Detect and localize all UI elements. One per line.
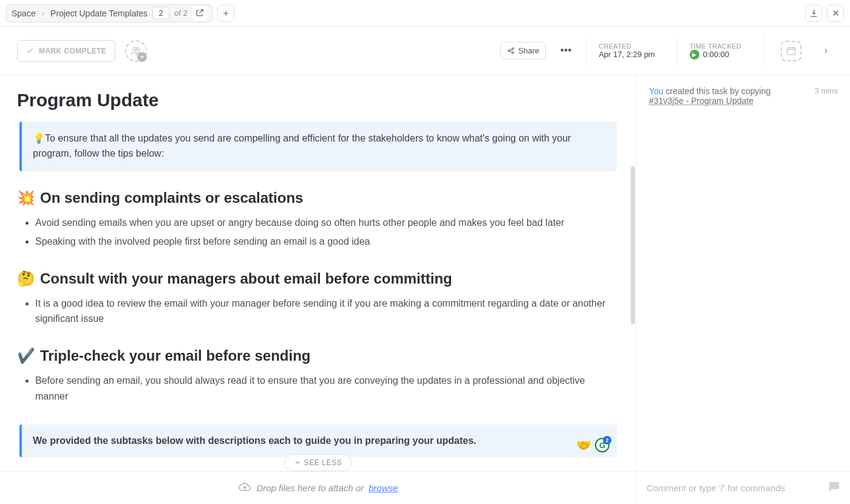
section-heading[interactable]: ✔️ Triple-check your email before sendin… — [17, 347, 619, 364]
add-dates-button[interactable] — [781, 41, 801, 61]
add-page-button[interactable] — [217, 5, 234, 22]
section-heading-text: Consult with your managers about email b… — [40, 270, 452, 287]
collapse-panel-icon[interactable] — [818, 27, 833, 75]
list-item[interactable]: Speaking with the involved people first … — [35, 234, 619, 250]
close-icon[interactable] — [827, 5, 844, 22]
created-meta: CREATED Apr 17, 2:29 pm — [586, 36, 667, 66]
page-number[interactable]: 2 — [152, 7, 169, 19]
grammarly-icon[interactable]: G 2 — [595, 438, 610, 452]
section-heading[interactable]: 💥 On sending complaints or escalations — [17, 189, 619, 206]
more-menu-icon[interactable]: ••• — [556, 41, 576, 61]
see-less-label: SEE LESS — [304, 458, 342, 467]
check-emoji-icon: ✔️ — [17, 347, 35, 364]
section-list: Before sending an email, you should alwa… — [17, 373, 619, 404]
created-value: Apr 17, 2:29 pm — [599, 50, 655, 59]
activity-panel: You created this task by copying #31v3j5… — [636, 75, 850, 504]
grammarly-badge: 2 — [603, 436, 611, 444]
activity-timestamp: 3 mins — [815, 86, 838, 106]
section-heading-text: On sending complaints or escalations — [40, 189, 303, 206]
list-item[interactable]: Avoid sending emails when you are upset … — [35, 215, 619, 231]
svg-point-1 — [137, 47, 140, 50]
mark-complete-label: MARK COMPLETE — [39, 47, 106, 55]
scrollbar[interactable] — [631, 166, 635, 324]
drop-text: Drop files here to attach or — [256, 483, 364, 493]
comment-bubble-icon[interactable] — [827, 480, 840, 496]
attachment-dropzone[interactable]: Drop files here to attach or browse — [0, 471, 636, 504]
collision-emoji-icon: 💥 — [17, 189, 35, 206]
subtask-callout-text: We provided the subtasks below with desc… — [33, 435, 476, 446]
breadcrumb: Space › Project Update Templates 2 of 2 — [6, 4, 212, 22]
activity-actor[interactable]: You — [649, 86, 664, 96]
cloud-upload-icon — [238, 480, 251, 495]
time-tracked-label: TIME TRACKED — [690, 43, 741, 50]
top-bar: Space › Project Update Templates 2 of 2 — [0, 0, 850, 27]
play-icon[interactable]: ▶ — [690, 50, 699, 60]
list-item[interactable]: Before sending an email, you should alwa… — [35, 373, 619, 404]
tip-callout[interactable]: 💡To ensure that all the updates you send… — [19, 121, 617, 171]
see-less-button[interactable]: SEE LESS — [284, 454, 353, 471]
svg-rect-5 — [787, 48, 795, 55]
list-item[interactable]: It is a good idea to review the email wi… — [35, 296, 619, 327]
activity-text: created this task by copying — [664, 86, 771, 96]
page-total: of 2 — [174, 9, 188, 18]
task-toolbar: MARK COMPLETE + Share ••• CREATED Apr 17… — [0, 27, 850, 75]
time-tracked-meta: TIME TRACKED ▶ 0:00:00 — [677, 36, 753, 66]
mark-complete-button[interactable]: MARK COMPLETE — [17, 40, 115, 62]
breadcrumb-root[interactable]: Space — [12, 9, 36, 18]
svg-point-0 — [133, 47, 136, 50]
thinking-emoji-icon: 🤔 — [17, 270, 35, 287]
add-assignee-button[interactable]: + — [125, 40, 147, 62]
browse-link[interactable]: browse — [369, 483, 398, 493]
plus-icon: + — [137, 52, 147, 62]
section-list: It is a good idea to review the email wi… — [17, 296, 619, 327]
created-label: CREATED — [599, 43, 655, 50]
section-list: Avoid sending emails when you are upset … — [17, 215, 619, 250]
section-heading-text: Triple-check your email before sending — [40, 347, 310, 364]
handshake-emoji-icon: 🤝 — [576, 438, 591, 452]
activity-entry: You created this task by copying #31v3j5… — [649, 86, 838, 106]
page-title[interactable]: Program Update — [17, 90, 619, 111]
section-heading[interactable]: 🤔 Consult with your managers about email… — [17, 270, 619, 287]
comment-input[interactable] — [647, 483, 821, 493]
download-icon[interactable] — [805, 5, 822, 22]
activity-source-link[interactable]: #31v3j5e - Program Update — [649, 96, 753, 106]
task-content: Program Update 💡To ensure that all the u… — [0, 75, 636, 504]
open-new-icon[interactable] — [192, 6, 207, 21]
comment-box — [637, 471, 850, 504]
time-tracked-value: 0:00:00 — [703, 50, 729, 59]
share-label: Share — [518, 46, 540, 55]
subtask-callout[interactable]: We provided the subtasks below with desc… — [19, 424, 617, 457]
share-button[interactable]: Share — [500, 42, 546, 60]
chevron-right-icon: › — [41, 9, 46, 18]
breadcrumb-current[interactable]: Project Update Templates — [50, 9, 148, 18]
